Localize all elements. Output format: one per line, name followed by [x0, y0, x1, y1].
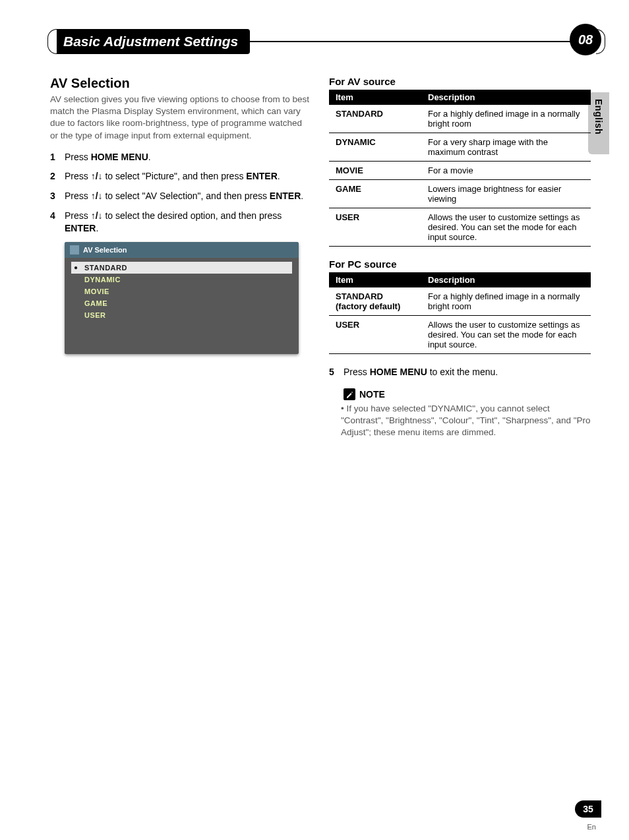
step-text: Press ↑/↓ to select "AV Selection", and …: [65, 190, 312, 203]
step-2: 2 Press ↑/↓ to select "Picture", and the…: [50, 170, 312, 183]
osd-item: MOVIE: [71, 285, 292, 297]
table-row: DYNAMICFor a very sharp image with the m…: [329, 133, 591, 162]
table-row: STANDARDFor a highly defined image in a …: [329, 105, 591, 133]
step-4: 4 Press ↑/↓ to select the desired option…: [50, 210, 312, 235]
language-tab-label: English: [593, 99, 604, 135]
osd-item: DYNAMIC: [71, 274, 292, 285]
language-tab: English: [588, 92, 609, 154]
osd-item-selected: STANDARD: [71, 262, 292, 274]
note-heading: NOTE: [344, 388, 591, 400]
table-row: GAMELowers image brightness for easier v…: [329, 180, 591, 208]
header-paren-left: [47, 29, 57, 54]
osd-icon: [70, 245, 79, 255]
table-header: Item: [329, 90, 421, 105]
step-3: 3 Press ↑/↓ to select "AV Selection", an…: [50, 190, 312, 203]
table2-heading: For PC source: [329, 258, 591, 270]
osd-items: STANDARD DYNAMIC MOVIE GAME USER: [65, 258, 299, 354]
osd-title-text: AV Selection: [83, 246, 127, 254]
left-column: AV Selection AV selection gives you five…: [50, 76, 312, 438]
arrow-icon: ↑/↓: [91, 210, 103, 221]
pc-source-table: Item Description STANDARD (factory defau…: [329, 272, 591, 354]
step-text: Press HOME MENU to exit the menu.: [344, 366, 591, 379]
osd-item: GAME: [71, 297, 292, 309]
arrow-icon: ↑/↓: [91, 171, 103, 181]
note-label: NOTE: [359, 389, 385, 400]
step-text: Press ↑/↓ to select the desired option, …: [65, 210, 312, 235]
step-text: Press ↑/↓ to select "Picture", and then …: [65, 170, 312, 183]
page-number: 35: [575, 800, 601, 818]
step-5: 5 Press HOME MENU to exit the menu.: [329, 366, 591, 379]
table-header: Description: [421, 272, 591, 287]
header-title: Basic Adjustment Settings: [57, 29, 250, 53]
osd-title: AV Selection: [65, 242, 299, 258]
intro-paragraph: AV selection gives you five viewing opti…: [50, 94, 312, 142]
table-row: STANDARD (factory default)For a highly d…: [329, 287, 591, 316]
osd-screenshot: AV Selection STANDARD DYNAMIC MOVIE GAME…: [65, 242, 299, 354]
header-rule: [250, 41, 596, 42]
right-column: For AV source Item Description STANDARDF…: [329, 76, 591, 438]
step-number: 1: [50, 151, 65, 164]
step-number: 4: [50, 210, 65, 235]
header-bar: Basic Adjustment Settings: [47, 29, 605, 54]
table-row: USERAllows the user to customize setting…: [329, 316, 591, 354]
table-header: Item: [329, 272, 421, 287]
step-number: 3: [50, 190, 65, 203]
table-row: MOVIEFor a movie: [329, 162, 591, 180]
page-language: En: [587, 823, 596, 831]
table-header: Description: [421, 90, 591, 105]
av-source-table: Item Description STANDARDFor a highly de…: [329, 90, 591, 247]
step-number: 2: [50, 170, 65, 183]
note-body: • If you have selected "DYNAMIC", you ca…: [341, 403, 591, 439]
arrow-icon: ↑/↓: [91, 191, 103, 201]
step-1: 1 Press HOME MENU.: [50, 151, 312, 164]
pencil-icon: [344, 388, 355, 400]
table-row: USERAllows the user to customize setting…: [329, 208, 591, 247]
table1-heading: For AV source: [329, 76, 591, 87]
chapter-number: 08: [570, 24, 601, 55]
step-text: Press HOME MENU.: [65, 151, 312, 164]
section-title: AV Selection: [50, 76, 312, 91]
osd-item: USER: [71, 309, 292, 321]
step-number: 5: [329, 366, 344, 379]
